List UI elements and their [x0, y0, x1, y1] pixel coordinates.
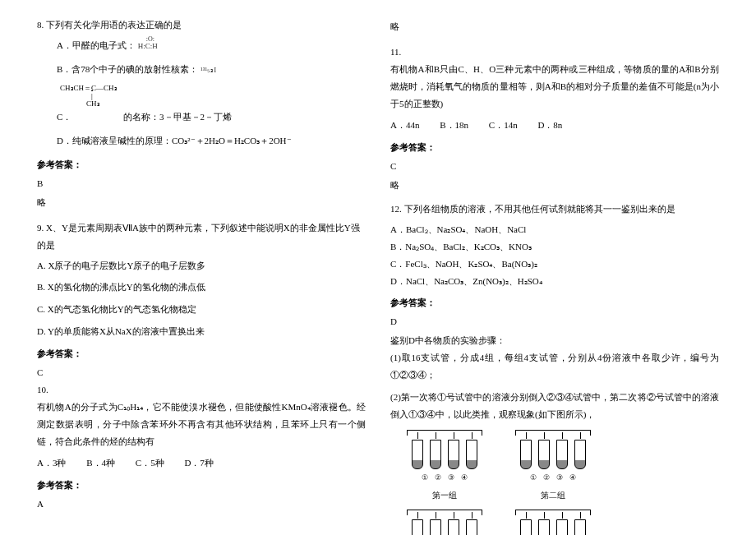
- q11-opt-c: C．14n: [489, 120, 518, 130]
- q10-opt-c: C．5种: [136, 458, 164, 468]
- group4: ① ② ③ ④ 第四组: [515, 510, 591, 535]
- q12-step2: (2)第一次将①号试管中的溶液分别倒入②③④试管中，第二次将②号试管中的溶液倒入…: [390, 389, 719, 423]
- test-tube-icon: [430, 519, 441, 535]
- q12-step1: (1)取16支试管，分成4组，每组4支试管，分别从4份溶液中各取少许，编号为①②…: [390, 349, 719, 384]
- test-tube-icon: [412, 440, 423, 469]
- q8-option-b: B．含78个中子的碘的放射性核素： ¹³¹₅₃I: [57, 61, 366, 78]
- q11-num: 11.: [390, 44, 719, 61]
- test-tube-icon: [538, 519, 550, 535]
- q10-answer-label: 参考答案：: [37, 477, 366, 494]
- test-tube-icon: [520, 519, 532, 535]
- q8-a-label: A．甲醛的电子式：: [57, 40, 136, 50]
- q10-body: 有机物A的分子式为C₁₀H₁₄，它不能使溴水褪色，但能使酸性KMnO₄溶液褪色。…: [37, 399, 366, 450]
- left-column: 8. 下列有关化学用语的表达正确的是 A．甲醛的电子式： :O: H:C:H B…: [25, 16, 378, 519]
- test-tube-icon: [574, 440, 586, 469]
- test-tube-icon: [466, 519, 477, 535]
- right-column: 略 11. 有机物A和B只由C、H、O三种元素中的两种或三种组成，等物质的量的A…: [378, 16, 731, 519]
- iodine-isotope: ¹³¹₅₃I: [201, 66, 216, 74]
- q10-opt-d: D．7种: [184, 458, 213, 468]
- q11-note: 略: [390, 177, 719, 194]
- q9-answer-label: 参考答案：: [37, 345, 366, 362]
- q9-option-d: D. Y的单质能将X从NaX的溶液中置换出来: [37, 323, 366, 340]
- q8-option-c: CH₃CH＝C—CH₃ | CH₃ C． 的名称：3－甲基－2－丁烯: [57, 85, 366, 127]
- q12-answer: D: [390, 313, 719, 330]
- q9-option-c: C. X的气态氢化物比Y的气态氢化物稳定: [37, 301, 366, 318]
- group3: ① ② ③ ④ 第三组: [407, 510, 482, 535]
- q12-option-a: A．BaCl₂、Na₂SO₄、NaOH、NaCl: [390, 221, 719, 238]
- q8-title: 8. 下列有关化学用语的表达正确的是: [37, 16, 366, 34]
- q9-title: 9. X、Y是元素周期表ⅦA族中的两种元素，下列叙述中能说明X的非金属性比Y强的…: [37, 219, 366, 254]
- q11-opt-d: D．8n: [537, 120, 562, 130]
- test-tube-icon: [448, 440, 459, 469]
- test-tube-icon: [556, 519, 568, 535]
- group2: ① ② ③ ④ 第二组: [515, 430, 591, 503]
- q8-note: 略: [37, 194, 366, 211]
- q12-exp-title: 鉴别D中各物质的实验步骤：: [390, 332, 719, 349]
- q8-option-d: D．纯碱溶液呈碱性的原理：CO₃²⁻＋2H₂O＝H₂CO₃＋2OH⁻: [57, 132, 366, 150]
- q11-options: A．44n B．18n C．14n D．8n: [390, 117, 719, 134]
- group1: ① ② ③ ④ 第一组: [407, 430, 482, 503]
- q11-body: 有机物A和B只由C、H、O三种元素中的两种或三种组成，等物质的量的A和B分别燃烧…: [390, 61, 719, 113]
- q12-option-c: C．FeCl₃、NaOH、K₂SO₄、Ba(NO₃)₂: [390, 256, 719, 273]
- q12-option-d: D．NaCl、Na₂CO₃、Zn(NO₃)₂、H₂SO₄: [390, 273, 719, 290]
- tube-diagram-row1: ① ② ③ ④ 第一组 ① ② ③ ④ 第二组: [407, 430, 719, 503]
- q11-opt-b: B．18n: [440, 120, 468, 130]
- q10-num: 10.: [37, 381, 366, 399]
- q10-options: A．3种 B．4种 C．5种 D．7种: [37, 454, 366, 472]
- tube-diagram-row2: ① ② ③ ④ 第三组 ① ② ③ ④ 第四组: [407, 510, 719, 535]
- q11-answer: C: [390, 158, 719, 175]
- test-tube-icon: [538, 440, 550, 469]
- q9-option-a: A. X原子的电子层数比Y原子的电子层数多: [37, 257, 366, 274]
- test-tube-icon: [574, 519, 586, 535]
- q12-title: 12. 下列各组物质的溶液，不用其他任何试剂就能将其一一鉴别出来的是: [390, 201, 719, 218]
- q11-opt-a: A．44n: [390, 120, 419, 130]
- q11-answer-label: 参考答案：: [390, 139, 719, 156]
- q9-option-b: B. X的氢化物的沸点比Y的氢化物的沸点低: [37, 279, 366, 296]
- q8-answer-label: 参考答案：: [37, 156, 366, 173]
- test-tube-icon: [556, 440, 568, 469]
- q10-opt-b: B．4种: [86, 458, 115, 468]
- test-tube-icon: [448, 519, 459, 535]
- formaldehyde-formula: :O: H:C:H: [138, 39, 158, 53]
- q12-option-b: B．Na₂SO₄、BaCl₂、K₂CO₃、KNO₃: [390, 238, 719, 256]
- q12-answer-label: 参考答案：: [390, 294, 719, 311]
- q10-opt-a: A．3种: [37, 458, 66, 468]
- test-tube-icon: [520, 440, 532, 469]
- butene-formula: CH₃CH＝C—CH₃ | CH₃: [60, 85, 118, 109]
- test-tube-icon: [466, 440, 477, 469]
- test-tube-icon: [430, 440, 441, 469]
- q9-answer: C: [37, 364, 366, 381]
- q10-answer: A: [37, 496, 366, 513]
- q8-option-a: A．甲醛的电子式： :O: H:C:H: [57, 37, 366, 54]
- top-note: 略: [390, 18, 719, 35]
- q8-answer: B: [37, 175, 366, 192]
- test-tube-icon: [412, 519, 423, 535]
